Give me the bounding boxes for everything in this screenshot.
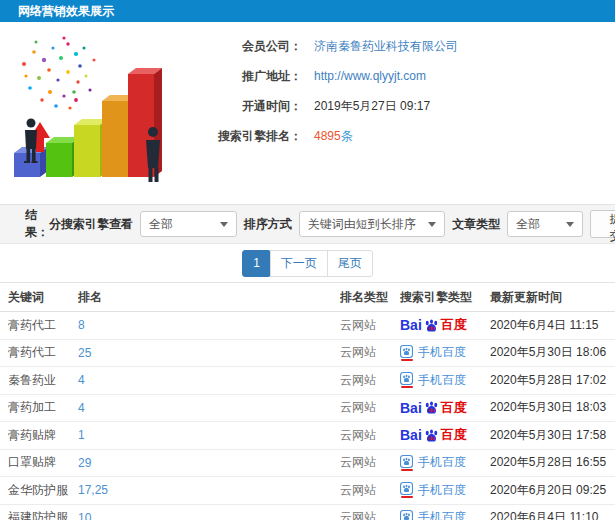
mobile-baidu-text: 手机百度 bbox=[418, 344, 466, 361]
red-underline bbox=[401, 496, 413, 498]
company-link[interactable]: 济南秦鲁药业科技有限公司 bbox=[314, 38, 458, 55]
table-row: 膏药加工 4 云网站 Bai du 百度 2020年5月30日 18:03 bbox=[0, 395, 615, 423]
rank-type-cell: 云网站 bbox=[340, 317, 400, 334]
rank-type-cell: 云网站 bbox=[340, 399, 400, 416]
company-row: 会员公司： 济南秦鲁药业科技有限公司 bbox=[184, 38, 609, 55]
page-1-button[interactable]: 1 bbox=[242, 250, 271, 277]
header-keyword: 关键词 bbox=[8, 289, 78, 306]
baidu-pc-logo: Bai du 百度 bbox=[400, 426, 467, 444]
baidu-mobile-logo: 手机百度 bbox=[400, 482, 466, 499]
keyword-cell: 膏药代工 bbox=[8, 344, 78, 361]
table-header: 关键词 排名 排名类型 搜索引擎类型 最新更新时间 bbox=[0, 282, 615, 312]
baidu-mobile-logo: 手机百度 bbox=[400, 454, 466, 471]
baidu-paw-icon: du bbox=[423, 399, 440, 416]
bars bbox=[14, 68, 162, 177]
sort-select[interactable]: 关键词由短到长排序 bbox=[299, 211, 446, 237]
mobile-baidu-paw-icon bbox=[400, 455, 413, 471]
update-time-cell: 2020年5月30日 18:06 bbox=[490, 344, 615, 361]
engine-rank-value: 4895条 bbox=[314, 128, 353, 145]
rank-type-cell: 云网站 bbox=[340, 509, 400, 520]
keyword-cell: 膏药贴牌 bbox=[8, 427, 78, 444]
confetti-dots bbox=[22, 36, 96, 109]
engine-type-cell: 手机百度 bbox=[400, 482, 490, 499]
results-label: 结果： bbox=[25, 207, 49, 241]
header-engine-type: 搜索引擎类型 bbox=[400, 289, 490, 306]
rank-type-cell: 云网站 bbox=[340, 427, 400, 444]
article-type-select[interactable]: 全部 bbox=[507, 211, 583, 237]
summary-section: 会员公司： 济南秦鲁药业科技有限公司 推广地址： http://www.qlyy… bbox=[0, 22, 615, 190]
baidu-pc-logo: Bai du 百度 bbox=[400, 316, 467, 334]
table-row: 膏药代工 8 云网站 Bai du 百度 2020年6月4日 11:15 bbox=[0, 312, 615, 340]
baidu-pc-logo: Bai du 百度 bbox=[400, 399, 467, 417]
pagination: 1 下一页 尾页 bbox=[0, 244, 615, 282]
mobile-baidu-text: 手机百度 bbox=[418, 372, 466, 389]
rank-type-cell: 云网站 bbox=[340, 372, 400, 389]
header-rank: 排名 bbox=[78, 289, 340, 306]
update-time-cell: 2020年6月20日 09:25 bbox=[490, 482, 615, 499]
url-label: 推广地址： bbox=[184, 68, 302, 85]
open-time-label: 开通时间： bbox=[184, 98, 302, 115]
member-info: 会员公司： 济南秦鲁药业科技有限公司 推广地址： http://www.qlyy… bbox=[184, 30, 609, 186]
results-table: 关键词 排名 排名类型 搜索引擎类型 最新更新时间 膏药代工 8 云网站 Bai… bbox=[0, 282, 615, 520]
table-row: 金华防护服 17,25 云网站 手机百度 2020年6月20日 09:25 bbox=[0, 477, 615, 505]
table-row: 膏药代工 25 云网站 手机百度 2020年5月30日 18:06 bbox=[0, 340, 615, 368]
rank-count: 4895 bbox=[314, 129, 341, 143]
table-row: 福建防护服 10 云网站 手机百度 2020年6月4日 11:10 bbox=[0, 505, 615, 520]
growth-chart-image bbox=[6, 30, 178, 182]
engine-select[interactable]: 全部 bbox=[140, 211, 237, 237]
red-underline bbox=[401, 469, 413, 471]
last-page-button[interactable]: 尾页 bbox=[327, 250, 373, 277]
table-row: 口罩贴牌 29 云网站 手机百度 2020年5月28日 16:55 bbox=[0, 450, 615, 478]
svg-text:du: du bbox=[428, 436, 434, 441]
baidu-bai-text: Bai bbox=[400, 427, 422, 443]
engine-select-value: 全部 bbox=[149, 216, 173, 233]
baidu-mobile-logo: 手机百度 bbox=[400, 344, 466, 361]
engine-type-cell: Bai du 百度 bbox=[400, 399, 490, 417]
rank-link[interactable]: 4 bbox=[78, 373, 340, 387]
keyword-cell: 口罩贴牌 bbox=[8, 454, 78, 471]
engine-type-cell: 手机百度 bbox=[400, 509, 490, 520]
baidu-cn-text: 百度 bbox=[441, 426, 467, 444]
header-update-time: 最新更新时间 bbox=[490, 289, 615, 306]
promotion-url-link[interactable]: http://www.qlyyjt.com bbox=[314, 69, 426, 83]
update-time-cell: 2020年5月30日 18:03 bbox=[490, 399, 615, 416]
page-title: 网络营销效果展示 bbox=[0, 0, 615, 22]
rank-link[interactable]: 4 bbox=[78, 401, 340, 415]
keyword-cell: 金华防护服 bbox=[8, 482, 78, 499]
table-row: 秦鲁药业 4 云网站 手机百度 2020年5月28日 17:02 bbox=[0, 367, 615, 395]
rank-link[interactable]: 10 bbox=[78, 511, 340, 520]
engine-type-cell: 手机百度 bbox=[400, 344, 490, 361]
keyword-cell: 膏药代工 bbox=[8, 317, 78, 334]
bar-chart-illustration bbox=[6, 30, 184, 186]
next-page-button[interactable]: 下一页 bbox=[270, 250, 328, 277]
engine-type-cell: 手机百度 bbox=[400, 454, 490, 471]
company-label: 会员公司： bbox=[184, 38, 302, 55]
rank-link[interactable]: 17,25 bbox=[78, 483, 340, 497]
mobile-baidu-paw-icon bbox=[400, 345, 413, 361]
baidu-bai-text: Bai bbox=[400, 400, 422, 416]
baidu-bai-text: Bai bbox=[400, 317, 422, 333]
chevron-down-icon bbox=[566, 222, 574, 227]
mobile-baidu-text: 手机百度 bbox=[418, 482, 466, 499]
filter-controls: 分搜索引擎查看 全部 排序方式 关键词由短到长排序 文章类型 全部 提交 bbox=[49, 210, 615, 238]
engine-rank-row: 搜索引擎排名： 4895条 bbox=[184, 128, 609, 145]
rank-link[interactable]: 25 bbox=[78, 346, 340, 360]
rank-link[interactable]: 29 bbox=[78, 456, 340, 470]
engine-type-cell: 手机百度 bbox=[400, 372, 490, 389]
keyword-cell: 秦鲁药业 bbox=[8, 372, 78, 389]
red-underline bbox=[401, 386, 413, 388]
submit-button[interactable]: 提交 bbox=[590, 210, 615, 238]
url-row: 推广地址： http://www.qlyyjt.com bbox=[184, 68, 609, 85]
mobile-baidu-text: 手机百度 bbox=[418, 454, 466, 471]
mobile-baidu-paw-icon bbox=[400, 372, 413, 388]
mobile-baidu-paw-icon bbox=[400, 510, 413, 520]
header-rank-type: 排名类型 bbox=[340, 289, 400, 306]
rank-type-cell: 云网站 bbox=[340, 454, 400, 471]
rank-type-cell: 云网站 bbox=[340, 344, 400, 361]
rank-link[interactable]: 8 bbox=[78, 318, 340, 332]
rank-link[interactable]: 1 bbox=[78, 428, 340, 442]
mobile-baidu-paw-icon bbox=[400, 482, 413, 498]
engine-rank-label: 搜索引擎排名： bbox=[184, 128, 302, 145]
update-time-cell: 2020年6月4日 11:10 bbox=[490, 509, 615, 520]
table-row: 膏药贴牌 1 云网站 Bai du 百度 2020年5月30日 17:58 bbox=[0, 422, 615, 450]
